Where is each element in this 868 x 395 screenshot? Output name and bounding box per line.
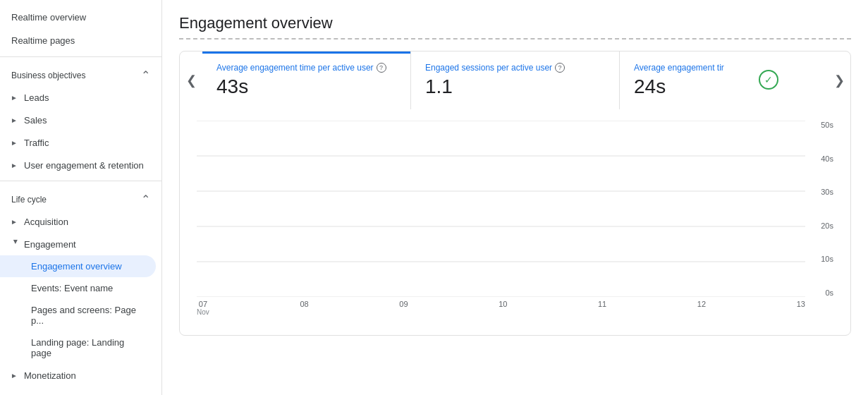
- divider-1: [0, 56, 161, 57]
- check-icon: ✓: [759, 70, 778, 90]
- chart-svg: [197, 121, 805, 297]
- prev-arrow-button[interactable]: ❮: [180, 51, 202, 109]
- metric-tab-engaged-sessions[interactable]: Engaged sessions per active user ? 1.1: [411, 51, 620, 109]
- x-label-12: 12: [697, 300, 706, 308]
- sidebar-item-realtime-overview[interactable]: Realtime overview: [0, 6, 161, 29]
- sidebar-item-engagement[interactable]: ► Engagement: [0, 233, 156, 255]
- chevron-icon: ►: [8, 114, 20, 126]
- x-label-10: 10: [499, 300, 507, 308]
- sidebar-item-pages-screens[interactable]: Pages and screens: Page p...: [0, 299, 156, 332]
- life-cycle-items: ► Acquisition ► Engagement Engagement ov…: [0, 210, 161, 387]
- metric-tab-avg-engagement-2[interactable]: Average engagement tir 24s ✓: [620, 51, 828, 109]
- metric-label-engaged-sessions: Engaged sessions per active user ?: [425, 63, 605, 73]
- main-content: Engagement overview ❮ Average engagement…: [162, 0, 868, 395]
- x-label-09: 09: [399, 300, 408, 308]
- sidebar-item-landing-page[interactable]: Landing page: Landing page: [0, 332, 156, 364]
- next-arrow-button[interactable]: ❯: [828, 51, 850, 109]
- y-label-0: 0s: [825, 288, 833, 297]
- help-icon-2[interactable]: ?: [555, 63, 565, 73]
- metrics-content: Average engagement time per active user …: [202, 51, 828, 109]
- y-label-20: 20s: [821, 221, 833, 230]
- metric-value-engaged-sessions: 1.1: [425, 75, 605, 98]
- metric-value-avg-engagement: 43s: [216, 75, 396, 98]
- sidebar-item-events[interactable]: Events: Event name: [0, 277, 156, 299]
- page-title: Engagement overview: [179, 0, 851, 40]
- sidebar-item-sales[interactable]: ► Sales: [0, 109, 156, 131]
- chevron-icon: ►: [8, 216, 20, 227]
- sidebar-item-realtime-pages[interactable]: Realtime pages: [0, 29, 161, 52]
- sidebar-item-traffic[interactable]: ► Traffic: [0, 131, 156, 154]
- chart-wrapper: 50s 40s 30s 20s 10s 0s 07 Nov 08: [197, 121, 833, 318]
- x-label-08: 08: [300, 300, 308, 308]
- x-label-07: 07 Nov: [197, 300, 209, 316]
- y-label-40: 40s: [821, 154, 833, 163]
- y-label-10: 10s: [821, 255, 833, 263]
- section-life-cycle[interactable]: Life cycle ⌃: [0, 186, 161, 210]
- collapse-icon: ⌃: [141, 68, 150, 82]
- y-label-50: 50s: [821, 121, 833, 129]
- chevron-icon: ►: [8, 92, 20, 103]
- chevron-icon: ►: [8, 137, 20, 148]
- chevron-down-icon: ►: [8, 238, 20, 250]
- divider-2: [0, 181, 161, 181]
- metrics-row: ❮ Average engagement time per active use…: [180, 51, 850, 109]
- section-business-objectives[interactable]: Business objectives ⌃: [0, 61, 161, 86]
- y-axis: 50s 40s 30s 20s 10s 0s: [808, 121, 833, 297]
- metric-label-avg-engagement: Average engagement time per active user …: [216, 63, 396, 73]
- chevron-icon: ►: [8, 370, 20, 381]
- x-label-13: 13: [797, 300, 805, 308]
- chart-area: 50s 40s 30s 20s 10s 0s 07 Nov 08: [180, 109, 850, 335]
- x-label-11: 11: [598, 300, 606, 308]
- x-axis: 07 Nov 08 09 10 11: [197, 297, 805, 318]
- sidebar: Realtime overview Realtime pages Busines…: [0, 0, 162, 395]
- sidebar-item-leads[interactable]: ► Leads: [0, 86, 156, 109]
- metric-tab-avg-engagement[interactable]: Average engagement time per active user …: [202, 51, 411, 109]
- sidebar-item-monetization[interactable]: ► Monetization: [0, 364, 156, 387]
- metric-value-avg-engagement-2: 24s: [634, 75, 724, 98]
- sidebar-item-acquisition[interactable]: ► Acquisition: [0, 210, 156, 233]
- business-objectives-items: ► Leads ► Sales ► Traffic ► User engagem…: [0, 86, 161, 176]
- metric-label-avg-engagement-2: Average engagement tir: [634, 63, 724, 73]
- sidebar-item-user-engagement[interactable]: ► User engagement & retention: [0, 154, 156, 176]
- help-icon-1[interactable]: ?: [377, 63, 386, 73]
- y-label-30: 30s: [821, 188, 833, 196]
- metrics-container: ❮ Average engagement time per active use…: [179, 51, 851, 336]
- chevron-icon: ►: [8, 159, 20, 171]
- sidebar-item-engagement-overview[interactable]: Engagement overview: [0, 255, 156, 277]
- collapse-icon-2: ⌃: [141, 193, 150, 206]
